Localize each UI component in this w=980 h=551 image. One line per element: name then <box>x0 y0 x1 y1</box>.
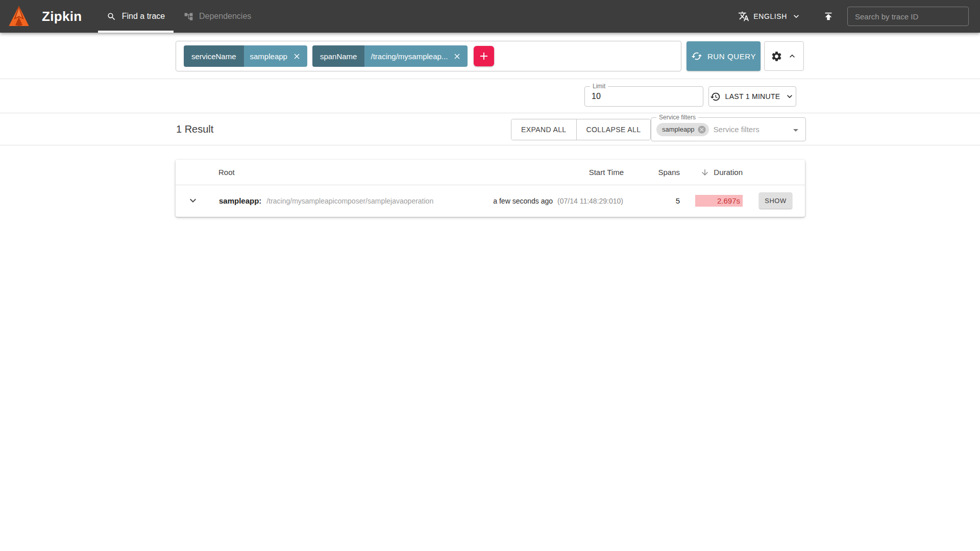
navbar-right-group: ENGLISH <box>738 0 969 33</box>
results-header-section: 1 Result EXPAND ALL COLLAPSE ALL Service… <box>0 113 980 145</box>
criterion-key: spanName <box>312 45 365 67</box>
search-criteria-box[interactable]: serviceName sampleapp spanName /tracing/… <box>176 41 681 71</box>
app-title: Zipkin <box>42 0 82 33</box>
column-duration[interactable]: Duration <box>700 160 743 185</box>
lookback-button[interactable]: LAST 1 MINUTE <box>708 86 796 107</box>
trace-id-search <box>847 7 969 26</box>
translate-icon <box>738 11 749 22</box>
tab-dependencies[interactable]: Dependencies <box>184 0 251 33</box>
gear-icon <box>771 51 782 62</box>
row-duration-value: 2.697s <box>717 196 740 205</box>
criterion-span-name[interactable]: spanName /tracing/mysampleap... <box>312 45 468 67</box>
tab-find-a-trace-label: Find a trace <box>122 12 165 21</box>
tab-dependencies-label: Dependencies <box>199 12 251 21</box>
close-icon[interactable] <box>292 52 301 61</box>
chevron-down-icon <box>785 91 795 102</box>
row-root-cell: sampleapp: /tracing/mysampleapicomposer/… <box>219 185 433 216</box>
row-start-relative: a few seconds ago <box>493 197 553 205</box>
search-icon <box>107 12 116 21</box>
lookback-label: LAST 1 MINUTE <box>725 92 780 101</box>
chevron-up-icon <box>787 51 797 61</box>
show-trace-button[interactable]: SHOW <box>759 192 792 209</box>
table-header: Root Start Time Spans Duration <box>176 160 805 185</box>
tab-find-a-trace[interactable]: Find a trace <box>98 0 174 33</box>
dependencies-graph-icon <box>184 12 193 21</box>
chip-delete-icon[interactable] <box>697 125 706 134</box>
service-filters-label: Service filters <box>656 114 698 121</box>
active-tab-underline <box>98 31 174 33</box>
run-query-label: RUN QUERY <box>707 52 756 61</box>
column-start-time: Start Time <box>589 160 624 185</box>
expand-collapse-group: EXPAND ALL COLLAPSE ALL <box>511 119 651 140</box>
refresh-icon <box>691 51 702 62</box>
row-duration-bar: 2.697s <box>695 195 743 207</box>
language-label: ENGLISH <box>753 12 787 20</box>
row-span-count: 5 <box>676 185 680 216</box>
service-filters-input[interactable] <box>714 125 790 134</box>
service-filters-field[interactable]: Service filters sampleapp <box>651 117 806 141</box>
expand-all-button[interactable]: EXPAND ALL <box>511 119 576 140</box>
column-duration-label: Duration <box>714 168 743 177</box>
language-selector[interactable]: ENGLISH <box>738 11 801 22</box>
results-card: Root Start Time Spans Duration sampleapp… <box>176 160 805 217</box>
upload-icon[interactable] <box>823 11 834 22</box>
collapse-all-button[interactable]: COLLAPSE ALL <box>576 119 651 140</box>
service-filter-chip[interactable]: sampleapp <box>656 123 709 136</box>
row-span-name: /tracing/mysampleapicomposer/samplejavao… <box>266 197 433 205</box>
row-start-time-cell: a few seconds ago (07/14 11:48:29:010) <box>493 185 623 216</box>
chevron-down-icon <box>187 194 199 207</box>
history-icon <box>710 91 721 102</box>
query-options-section: Limit LAST 1 MINUTE <box>0 79 980 113</box>
row-expand-button[interactable] <box>183 190 203 211</box>
sort-descending-icon <box>700 168 709 177</box>
zipkin-logo-icon <box>8 5 30 28</box>
query-settings-button[interactable] <box>764 41 804 71</box>
dropdown-arrow-icon[interactable] <box>790 124 802 136</box>
criterion-service-name[interactable]: serviceName sampleapp <box>184 45 307 67</box>
search-section: serviceName sampleapp spanName /tracing/… <box>0 33 980 79</box>
chevron-down-icon <box>791 11 801 21</box>
criterion-key: serviceName <box>184 45 244 67</box>
run-query-button[interactable]: RUN QUERY <box>687 41 761 71</box>
service-filter-chip-label: sampleapp <box>662 126 695 133</box>
row-service-name: sampleapp: <box>219 196 261 205</box>
close-icon[interactable] <box>453 52 461 61</box>
add-criterion-button[interactable] <box>474 46 494 66</box>
criterion-value: /tracing/mysampleap... <box>371 52 448 61</box>
plus-icon <box>478 50 490 62</box>
row-start-absolute: (07/14 11:48:29:010) <box>557 197 623 205</box>
column-root: Root <box>218 160 235 185</box>
result-count: 1 Result <box>176 113 213 145</box>
table-row: sampleapp: /tracing/mysampleapicomposer/… <box>176 185 805 216</box>
limit-field-label: Limit <box>590 83 608 90</box>
trace-id-search-input[interactable] <box>847 7 969 26</box>
navbar: Zipkin Find a trace Dependencies ENGLISH <box>0 0 980 33</box>
criterion-value: sampleapp <box>250 52 287 61</box>
limit-field: Limit <box>584 86 703 107</box>
column-spans: Spans <box>658 160 680 185</box>
